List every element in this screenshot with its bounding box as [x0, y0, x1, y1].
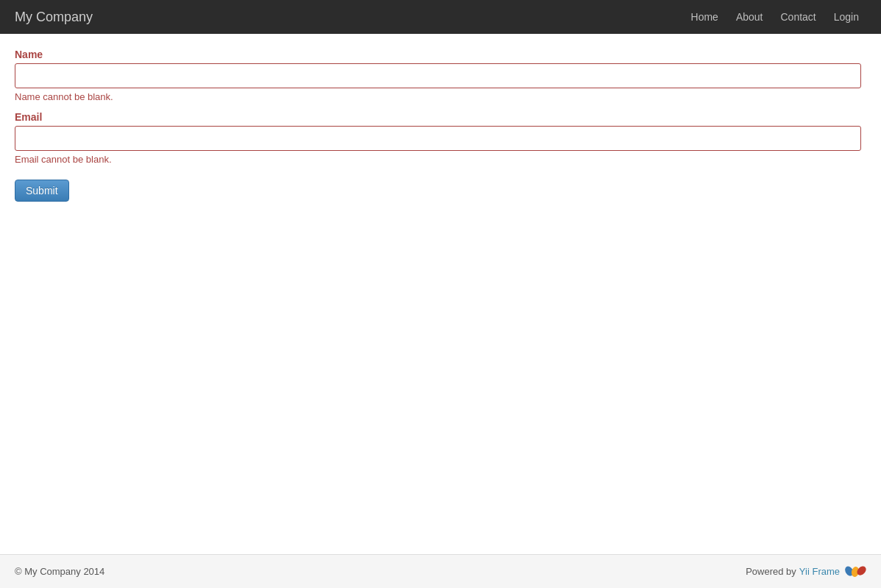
main-content: Name Name cannot be blank. Email Email c…: [0, 34, 881, 554]
nav-links: Home About Contact Login: [684, 8, 866, 26]
footer-copyright: © My Company 2014: [15, 566, 105, 577]
name-form-group: Name Name cannot be blank.: [15, 49, 866, 102]
footer-yii-link[interactable]: Yii Frame: [799, 566, 840, 577]
nav-about[interactable]: About: [729, 8, 771, 26]
navbar: My Company Home About Contact Login: [0, 0, 881, 34]
name-error: Name cannot be blank.: [15, 91, 866, 102]
name-label: Name: [15, 49, 866, 60]
nav-contact[interactable]: Contact: [773, 8, 823, 26]
email-input[interactable]: [15, 126, 861, 151]
footer: © My Company 2014 Powered by Yii Frame: [0, 554, 881, 588]
email-error: Email cannot be blank.: [15, 154, 866, 165]
submit-button[interactable]: Submit: [15, 180, 69, 202]
email-label: Email: [15, 111, 866, 123]
navbar-brand[interactable]: My Company: [15, 10, 93, 25]
email-form-group: Email Email cannot be blank.: [15, 111, 866, 165]
nav-login[interactable]: Login: [827, 8, 866, 26]
nav-home[interactable]: Home: [684, 8, 726, 26]
footer-powered: Powered by Yii Frame: [746, 566, 866, 577]
footer-powered-prefix: Powered by: [746, 566, 796, 577]
yii-logo-icon: [844, 567, 866, 577]
name-input[interactable]: [15, 63, 861, 88]
footer-yii-link-text: Yii Frame: [799, 566, 840, 577]
